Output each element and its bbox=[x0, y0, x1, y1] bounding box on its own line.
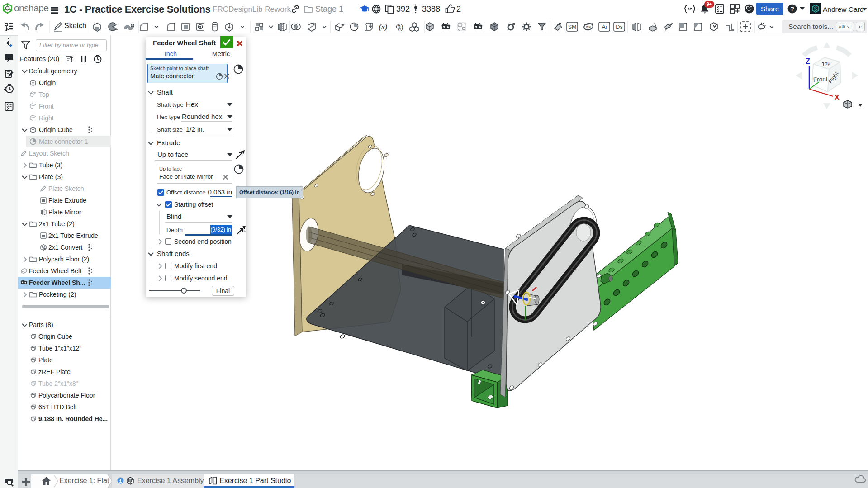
svg-text:X: X bbox=[835, 94, 840, 101]
svg-text:Z: Z bbox=[806, 57, 810, 65]
svg-text:Front: Front bbox=[813, 76, 828, 83]
